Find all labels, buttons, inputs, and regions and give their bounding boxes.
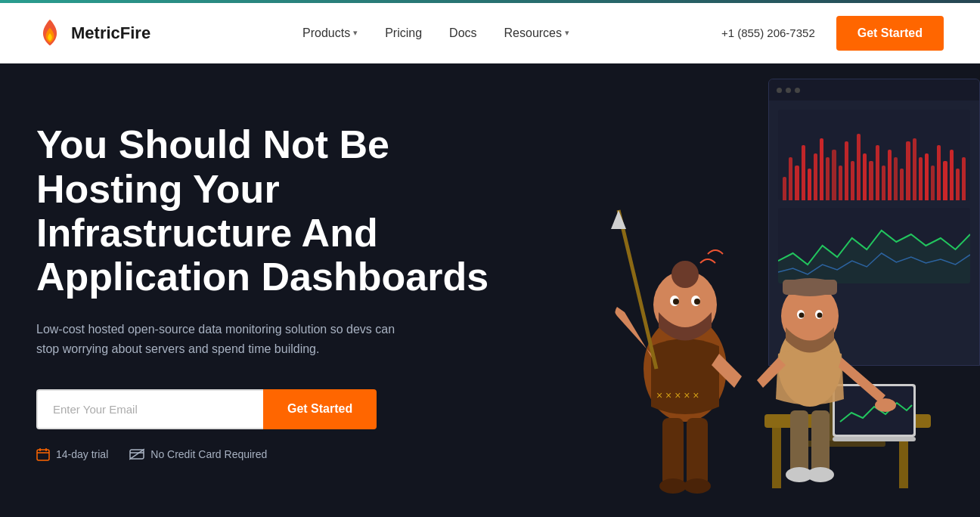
dash-dot-3 <box>795 88 800 93</box>
svg-point-11 <box>671 261 699 288</box>
bar <box>956 169 960 200</box>
bar <box>913 138 916 201</box>
bar <box>931 166 935 200</box>
svg-point-14 <box>673 299 679 305</box>
bar-group <box>778 110 970 200</box>
svg-rect-34 <box>783 280 837 295</box>
flame-icon <box>36 18 64 48</box>
svg-rect-16 <box>662 418 684 486</box>
nav-get-started-button[interactable]: Get Started <box>836 16 944 51</box>
logo-text: MetricFire <box>71 23 150 43</box>
bar <box>869 161 873 200</box>
bar <box>925 153 929 200</box>
bar <box>919 157 923 200</box>
bar <box>950 150 954 200</box>
svg-rect-23 <box>772 428 781 488</box>
chevron-down-icon: ▾ <box>353 28 358 38</box>
nav-products[interactable]: Products ▾ <box>302 26 358 40</box>
bar <box>894 157 898 200</box>
svg-point-39 <box>875 398 896 412</box>
svg-point-18 <box>659 478 687 494</box>
bar <box>826 157 830 200</box>
svg-text:× × × × ×: × × × × × <box>656 389 699 401</box>
hero-content: You Should Not Be Hosting Your Infrastru… <box>36 122 490 460</box>
svg-rect-41 <box>811 410 830 475</box>
worker-character <box>734 218 946 517</box>
bar <box>876 145 879 200</box>
bar <box>814 153 817 200</box>
svg-line-20 <box>619 210 656 369</box>
red-bar-chart <box>778 110 970 200</box>
bar <box>808 169 811 200</box>
bar <box>845 141 848 200</box>
hero-form: Get Started <box>36 389 490 429</box>
bar <box>900 169 904 200</box>
bar <box>802 145 805 200</box>
no-card-badge: No Credit Card Required <box>129 448 267 460</box>
svg-point-43 <box>807 467 834 482</box>
bar <box>820 138 823 201</box>
nav-resources[interactable]: Resources ▾ <box>504 26 569 40</box>
hero-illustration: × × × × × <box>511 63 980 517</box>
hero-section: You Should Not Be Hosting Your Infrastru… <box>0 63 980 517</box>
bar <box>839 166 842 200</box>
nav-docs[interactable]: Docs <box>449 26 476 40</box>
bar <box>783 177 786 200</box>
logo[interactable]: MetricFire <box>36 18 150 48</box>
svg-point-15 <box>694 299 700 305</box>
svg-rect-17 <box>687 418 708 486</box>
email-input[interactable] <box>36 389 263 429</box>
calendar-icon <box>36 447 50 461</box>
bar <box>882 166 885 200</box>
bar <box>857 134 861 200</box>
bar <box>795 166 799 200</box>
svg-line-6 <box>129 449 144 460</box>
navbar: MetricFire Products ▾ Pricing Docs Resou… <box>0 3 980 63</box>
hero-badges: 14-day trial No Credit Card Required <box>36 447 490 461</box>
illustration-scene: × × × × × <box>511 63 980 517</box>
nav-pricing[interactable]: Pricing <box>385 26 422 40</box>
bar <box>962 157 966 200</box>
dash-dot-1 <box>777 88 782 93</box>
no-credit-card-icon <box>129 448 144 460</box>
svg-point-19 <box>684 478 711 494</box>
bar <box>851 161 854 200</box>
phone-number: +1 (855) 206-7352 <box>721 26 815 39</box>
bar <box>906 141 910 200</box>
chevron-down-icon-resources: ▾ <box>565 28 569 38</box>
svg-marker-21 <box>611 210 626 229</box>
bar <box>888 150 892 200</box>
hero-get-started-button[interactable]: Get Started <box>263 389 377 429</box>
svg-rect-30 <box>833 437 916 441</box>
hero-title: You Should Not Be Hosting Your Infrastru… <box>36 122 490 299</box>
dash-dot-2 <box>786 88 791 93</box>
hero-subtitle: Low-cost hosted open-source data monitor… <box>36 320 399 358</box>
bar <box>832 150 836 200</box>
svg-rect-0 <box>37 450 49 460</box>
bar <box>863 153 867 200</box>
bar <box>937 145 941 200</box>
svg-rect-40 <box>790 410 808 475</box>
bar <box>943 161 947 200</box>
nav-links: Products ▾ Pricing Docs Resources ▾ <box>302 26 569 40</box>
dash-header <box>769 79 979 101</box>
trial-badge: 14-day trial <box>36 447 108 461</box>
svg-point-38 <box>817 313 823 318</box>
svg-point-37 <box>799 313 805 318</box>
bar <box>789 157 792 200</box>
